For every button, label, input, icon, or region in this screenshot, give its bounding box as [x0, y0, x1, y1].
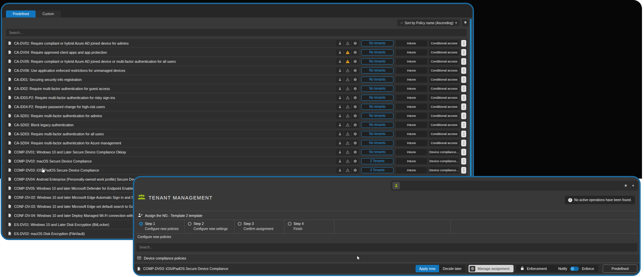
- warning-icon[interactable]: [344, 42, 351, 45]
- kebab-menu-button[interactable]: [461, 103, 466, 110]
- flask-icon[interactable]: [336, 123, 343, 127]
- kebab-menu-button[interactable]: [461, 40, 466, 47]
- info-icon[interactable]: [352, 96, 359, 99]
- wizard-step[interactable]: Step 4 Finish: [284, 220, 334, 233]
- flask-icon[interactable]: [336, 87, 343, 90]
- apply-now-button[interactable]: Apply now: [416, 265, 439, 272]
- wizard-step[interactable]: Step 1 Configure new policies: [136, 220, 184, 233]
- chevron-down-icon[interactable]: ▾: [632, 184, 634, 187]
- info-icon[interactable]: [352, 141, 359, 145]
- kebab-menu-button[interactable]: [461, 76, 466, 83]
- policy-search-input[interactable]: [6, 29, 467, 36]
- enforce-toggle[interactable]: [570, 267, 579, 271]
- policy-row[interactable]: CA-SD04: Require multi-factor authentica…: [5, 139, 467, 147]
- flask-icon[interactable]: [336, 114, 343, 118]
- info-icon[interactable]: [352, 114, 359, 118]
- flask-icon[interactable]: [336, 150, 343, 154]
- kebab-menu-button[interactable]: [461, 149, 466, 155]
- info-icon[interactable]: [352, 78, 359, 81]
- kebab-menu-button[interactable]: [461, 49, 466, 56]
- info-icon[interactable]: [352, 169, 359, 172]
- flask-icon[interactable]: [336, 59, 343, 63]
- kebab-menu-button[interactable]: [461, 131, 466, 137]
- policy-row[interactable]: COMP-DV01: Windows 10 and Later Secure D…: [5, 148, 467, 156]
- info-icon[interactable]: [352, 123, 359, 127]
- operations-button[interactable]: [392, 182, 400, 189]
- warning-icon[interactable]: [344, 96, 351, 99]
- tenants-badge[interactable]: No tenants: [361, 40, 393, 46]
- kebab-menu-button[interactable]: [461, 67, 466, 74]
- warning-icon[interactable]: [344, 150, 351, 154]
- policy-group-header[interactable]: Device compliance policies: [134, 254, 639, 263]
- flask-icon[interactable]: [336, 41, 343, 45]
- tenants-badge[interactable]: No tenants: [361, 140, 393, 146]
- warning-icon[interactable]: [344, 51, 351, 54]
- info-icon[interactable]: [352, 105, 359, 108]
- policy-row[interactable]: CA-ID04-P2: Require password change for …: [5, 102, 467, 111]
- flask-icon[interactable]: [336, 159, 343, 163]
- warning-icon[interactable]: [344, 69, 351, 72]
- warning-icon[interactable]: [344, 105, 351, 108]
- tenants-badge[interactable]: No tenants: [361, 149, 393, 155]
- policy-row[interactable]: CA-DV04: Require approved client apps an…: [5, 48, 467, 56]
- kebab-menu-button[interactable]: [461, 58, 466, 65]
- warning-icon[interactable]: [344, 78, 351, 81]
- warning-icon[interactable]: [344, 114, 351, 118]
- flask-icon[interactable]: [336, 68, 343, 72]
- close-icon[interactable]: ×: [625, 184, 627, 188]
- policy-row[interactable]: CA-SD03: Require multi-factor authentica…: [5, 130, 467, 138]
- kebab-menu-button[interactable]: [461, 122, 466, 128]
- warning-icon[interactable]: [344, 87, 351, 90]
- tenants-badge[interactable]: No tenants: [361, 49, 393, 55]
- policy-row[interactable]: COMP-DV03: iOS/iPadOS Secure Device Comp…: [5, 166, 467, 174]
- policy-row[interactable]: CA-ID01: Securing security info registra…: [5, 75, 467, 84]
- warning-icon[interactable]: [344, 60, 351, 63]
- kebab-menu-button[interactable]: [461, 140, 466, 146]
- info-icon[interactable]: [352, 159, 359, 163]
- sort-dropdown[interactable]: ↓↑ Sort by Policy name (Ascending) ▾: [397, 19, 460, 26]
- policy-row[interactable]: CA-ID02: Require multi-factor authentica…: [5, 84, 467, 93]
- info-icon[interactable]: [352, 60, 359, 63]
- tenants-badge[interactable]: No tenants: [361, 113, 393, 119]
- tenants-badge[interactable]: No tenants: [361, 58, 393, 64]
- flask-icon[interactable]: [336, 141, 343, 145]
- tenants-badge[interactable]: 3 Tenants: [361, 167, 393, 173]
- policy-row[interactable]: CA-DV01: Require compliant or hybrid Azu…: [5, 39, 467, 47]
- flask-icon[interactable]: [336, 132, 343, 136]
- flask-icon[interactable]: [336, 50, 343, 54]
- wizard-step[interactable]: Step 2 Configure new settings: [184, 220, 234, 233]
- flask-icon[interactable]: [336, 168, 343, 172]
- policy-row[interactable]: CA-SD01: Require multi-factor authentica…: [5, 111, 467, 120]
- wizard-step[interactable]: Step 3 Confirm assignment: [234, 220, 284, 233]
- policy-row[interactable]: CA-SD02: Block legacy authentication No …: [5, 121, 467, 129]
- info-icon[interactable]: [352, 69, 359, 72]
- kebab-menu-button[interactable]: [461, 112, 466, 119]
- warning-icon[interactable]: [344, 123, 351, 127]
- notifications-button[interactable]: [462, 19, 469, 26]
- warning-icon[interactable]: [344, 132, 351, 136]
- tenants-badge[interactable]: No tenants: [361, 67, 393, 74]
- overlay-search-input[interactable]: [136, 243, 637, 251]
- warning-icon[interactable]: [344, 169, 351, 172]
- warning-icon[interactable]: [344, 141, 351, 145]
- tenants-badge[interactable]: No tenants: [361, 131, 393, 137]
- info-icon[interactable]: [352, 150, 359, 154]
- predefined-button[interactable]: Predefined: [603, 265, 637, 273]
- decide-later-button[interactable]: Decide later: [439, 265, 465, 272]
- selected-policy-row[interactable]: COMP-DV03: iOS/iPadOS Secure Device Comp…: [134, 264, 639, 273]
- tenants-badge[interactable]: No tenants: [361, 95, 393, 101]
- policy-row[interactable]: COMP-DV02: macOS Secure Device Complianc…: [5, 157, 467, 165]
- policy-row[interactable]: CA-DV06: Use application enforced restri…: [5, 66, 467, 75]
- info-icon[interactable]: [352, 132, 359, 136]
- info-icon[interactable]: [352, 42, 359, 45]
- tenants-badge[interactable]: No tenants: [361, 86, 393, 92]
- policy-row[interactable]: CA-ID03-P2: Require multi-factor authent…: [5, 93, 467, 102]
- info-icon[interactable]: [352, 87, 359, 90]
- tenants-badge[interactable]: No tenants: [361, 77, 393, 83]
- policy-row[interactable]: CA-DV05: Require compliant or hybrid Azu…: [5, 57, 467, 65]
- kebab-menu-button[interactable]: [461, 85, 466, 92]
- tenants-badge[interactable]: No tenants: [361, 104, 393, 110]
- kebab-menu-button[interactable]: [461, 94, 466, 101]
- kebab-menu-button[interactable]: [461, 158, 466, 165]
- tab-custom[interactable]: Custom: [36, 10, 60, 17]
